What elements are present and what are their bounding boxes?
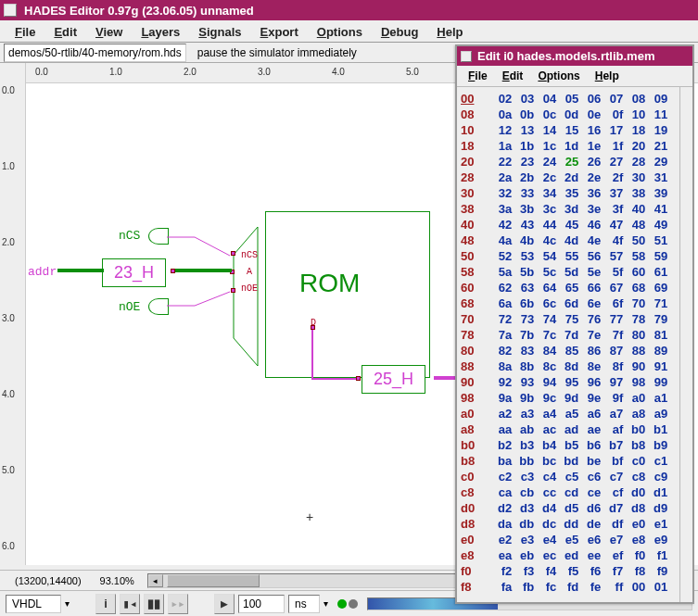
memory-cell[interactable]: 35	[556, 185, 578, 201]
fast-forward-button[interactable]: ▸▸	[168, 594, 188, 614]
memory-cell[interactable]: e2	[489, 532, 512, 547]
memory-row[interactable]: 48 4a4b4c4d4e4f5051	[461, 233, 676, 248]
memory-cell[interactable]: d8	[623, 500, 645, 516]
menu-layers[interactable]: Layers	[132, 22, 189, 40]
memory-cell[interactable]: 2f	[601, 170, 623, 185]
memory-cell[interactable]: 00	[623, 579, 645, 595]
memory-cell[interactable]: 9c	[534, 390, 556, 406]
memory-cell[interactable]: 3e	[578, 201, 601, 217]
memory-cell[interactable]: fa	[489, 579, 512, 595]
memory-cell[interactable]: 9a	[489, 390, 512, 406]
memory-row[interactable]: b0 b2b3b4b5b6b7b8b9	[461, 437, 676, 453]
memory-cell[interactable]: df	[601, 516, 623, 532]
memory-cell[interactable]: 28	[623, 154, 645, 170]
memory-cell[interactable]: e6	[578, 532, 601, 547]
memory-row[interactable]: e8 eaebecedeeeff0f1	[461, 547, 676, 563]
memory-cell[interactable]: 8c	[534, 358, 556, 374]
memory-cell[interactable]: 1a	[489, 138, 512, 154]
scroll-thumb[interactable]	[167, 574, 260, 587]
memory-row[interactable]: 88 8a8b8c8d8e8f9091	[461, 358, 676, 374]
memory-cell[interactable]: eb	[512, 547, 534, 563]
memory-cell[interactable]: 88	[623, 343, 645, 358]
memory-cell[interactable]: 09	[645, 91, 667, 107]
memory-cell[interactable]: 7b	[512, 327, 534, 343]
file-path-field[interactable]: demos/50-rtlib/40-memory/rom.hds	[4, 44, 186, 62]
memory-cell[interactable]: c1	[645, 453, 667, 469]
memory-title-bar[interactable]: Edit i0 hades.models.rtlib.mem	[457, 46, 692, 66]
memory-cell[interactable]: 68	[623, 280, 645, 295]
memory-cell[interactable]: 70	[623, 295, 645, 311]
memory-cell[interactable]: 78	[623, 311, 645, 327]
memory-cell[interactable]: e9	[645, 532, 667, 547]
memory-row[interactable]: 18 1a1b1c1d1e1f2021	[461, 138, 676, 154]
memory-window-icon[interactable]	[461, 51, 472, 62]
memory-cell[interactable]: 3f	[601, 201, 623, 217]
memory-cell[interactable]: 74	[534, 311, 556, 327]
memory-row[interactable]: 78 7a7b7c7d7e7f8081	[461, 327, 676, 343]
memory-cell[interactable]: cb	[512, 484, 534, 500]
memory-cell[interactable]: 73	[512, 311, 534, 327]
memory-cell[interactable]: 93	[512, 374, 534, 390]
memory-cell[interactable]: 55	[556, 248, 578, 264]
memory-cell[interactable]: f7	[601, 563, 623, 579]
memory-cell[interactable]: 75	[556, 311, 578, 327]
memory-cell[interactable]: 07	[601, 91, 623, 107]
memory-cell[interactable]: 77	[601, 311, 623, 327]
noe-port[interactable]	[148, 298, 169, 315]
memory-cell[interactable]: c9	[645, 469, 667, 484]
memory-cell[interactable]: ad	[556, 421, 578, 437]
memory-cell[interactable]: 7c	[534, 327, 556, 343]
memory-cell[interactable]: ac	[534, 421, 556, 437]
scroll-left-button[interactable]: ◂	[148, 574, 163, 587]
memory-cell[interactable]: 15	[556, 122, 578, 138]
memory-cell[interactable]: 8f	[601, 358, 623, 374]
memory-cell[interactable]: 64	[534, 280, 556, 295]
memory-cell[interactable]: b5	[556, 437, 578, 453]
memory-row[interactable]: 60 6263646566676869	[461, 280, 676, 295]
memory-row[interactable]: 08 0a0b0c0d0e0f1011	[461, 107, 676, 122]
dropdown-icon[interactable]: ▾	[65, 598, 70, 609]
memory-menu-edit[interactable]: Edit	[495, 68, 531, 84]
memory-cell[interactable]: 25	[556, 154, 578, 170]
memory-cell[interactable]: 6a	[489, 295, 512, 311]
memory-cell[interactable]: a8	[623, 406, 645, 421]
memory-cell[interactable]: 8d	[556, 358, 578, 374]
memory-cell[interactable]: 50	[623, 233, 645, 248]
memory-cell[interactable]: 38	[623, 185, 645, 201]
memory-cell[interactable]: c0	[623, 453, 645, 469]
memory-cell[interactable]: e1	[645, 516, 667, 532]
memory-cell[interactable]: 98	[623, 374, 645, 390]
window-menu-icon[interactable]	[4, 4, 17, 17]
memory-cell[interactable]: 5b	[512, 264, 534, 280]
memory-cell[interactable]: db	[512, 516, 534, 532]
memory-cell[interactable]: bd	[556, 453, 578, 469]
memory-cell[interactable]: 9d	[556, 390, 578, 406]
step-value[interactable]: 100	[238, 595, 285, 613]
memory-cell[interactable]: d3	[512, 500, 534, 516]
memory-cell[interactable]: 4a	[489, 233, 512, 248]
memory-cell[interactable]: 16	[578, 122, 601, 138]
memory-cell[interactable]: c5	[556, 469, 578, 484]
memory-row[interactable]: 00 0203040506070809	[461, 91, 676, 107]
memory-cell[interactable]: 32	[489, 185, 512, 201]
time-unit-select[interactable]: ns	[288, 595, 320, 613]
memory-cell[interactable]: 99	[645, 374, 667, 390]
memory-cell[interactable]: 23	[512, 154, 534, 170]
memory-cell[interactable]: a4	[534, 406, 556, 421]
memory-cell[interactable]: 67	[601, 280, 623, 295]
memory-cell[interactable]: 18	[623, 122, 645, 138]
memory-cell[interactable]: 52	[489, 248, 512, 264]
memory-cell[interactable]: 45	[556, 217, 578, 233]
menu-help[interactable]: Help	[427, 22, 472, 40]
memory-cell[interactable]: b1	[645, 421, 667, 437]
memory-cell[interactable]: 5e	[578, 264, 601, 280]
memory-cell[interactable]: a7	[601, 406, 623, 421]
memory-cell[interactable]: 01	[645, 579, 667, 595]
memory-cell[interactable]: 8e	[578, 358, 601, 374]
memory-row[interactable]: 70 7273747576777879	[461, 311, 676, 327]
memory-cell[interactable]: fe	[578, 579, 601, 595]
memory-cell[interactable]: ba	[489, 453, 512, 469]
memory-cell[interactable]: a1	[645, 390, 667, 406]
memory-row[interactable]: 40 4243444546474849	[461, 217, 676, 233]
memory-cell[interactable]: 27	[601, 154, 623, 170]
